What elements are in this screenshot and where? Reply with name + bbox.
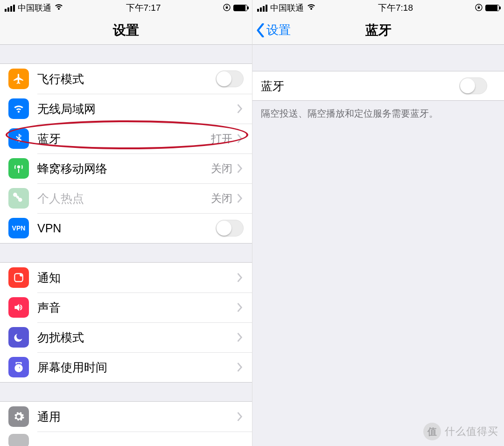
row-label: 蜂窝移动网络 [29,161,211,176]
chevron-right-icon [234,134,245,143]
battery-icon [233,5,247,11]
cellular-icon [8,158,29,179]
screentime-icon [8,357,29,377]
row-vpn[interactable]: VPN VPN [0,213,252,243]
wifi-icon [8,98,29,119]
watermark-badge: 值 [423,423,441,440]
sound-icon [8,297,29,318]
svg-rect-1 [226,7,228,9]
orientation-lock-icon [223,4,231,13]
wifi-status-icon [54,3,63,13]
chevron-right-icon [234,362,245,372]
row-label: 飞行模式 [29,71,216,87]
settings-group-general: 通用 [0,401,252,446]
clock-label: 下午7:18 [378,2,413,14]
svg-point-3 [20,273,22,277]
watermark: 值 什么值得买 [423,423,498,440]
bluetooth-group: 蓝牙 [252,71,504,101]
chevron-right-icon [234,303,245,312]
row-label: 蓝牙 [29,131,211,146]
airplane-icon [8,69,29,89]
chevron-right-icon [234,273,245,282]
row-label: 屏幕使用时间 [29,360,234,375]
general-icon [8,406,29,427]
row-wifi[interactable]: 无线局域网 [0,94,252,124]
nav-bar: 设置 [0,16,252,45]
footnote-text: 隔空投送、隔空播放和定位服务需要蓝牙。 [252,101,504,126]
row-label: 个人热点 [29,191,211,206]
chevron-right-icon [234,164,245,173]
row-label: 声音 [29,300,234,315]
bluetooth-screen: 中国联通 下午7:18 设置 蓝牙 蓝牙 [252,0,504,446]
dnd-icon [8,327,29,348]
row-airplane-mode[interactable]: 飞行模式 [0,64,252,94]
svg-rect-5 [478,7,480,9]
row-cellular[interactable]: 蜂窝移动网络 关闭 [0,153,252,183]
carrier-label: 中国联通 [18,2,51,14]
airplane-toggle[interactable] [216,70,244,87]
vpn-toggle[interactable] [216,220,244,237]
page-title: 蓝牙 [365,21,392,39]
row-dnd[interactable]: 勿扰模式 [0,322,252,352]
row-hotspot[interactable]: 个人热点 关闭 [0,183,252,213]
row-label: 通用 [29,409,234,425]
clock-label: 下午7:17 [126,2,161,14]
back-button[interactable]: 设置 [256,22,291,38]
hotspot-icon [8,188,29,209]
vpn-icon: VPN [8,218,29,238]
bluetooth-icon [8,128,29,149]
chevron-right-icon [234,333,245,342]
wifi-status-icon [307,3,316,13]
row-value: 关闭 [211,191,232,206]
orientation-lock-icon [475,4,483,13]
status-bar: 中国联通 下午7:17 [0,0,252,16]
battery-icon [485,5,499,11]
row-screentime[interactable]: 屏幕使用时间 [0,352,252,382]
row-notifications[interactable]: 通知 [0,263,252,293]
nav-bar: 设置 蓝牙 [252,16,504,45]
row-label: 勿扰模式 [29,330,234,345]
row-sounds[interactable]: 声音 [0,293,252,322]
row-label: 通知 [29,270,234,286]
row-label: 蓝牙 [261,78,459,94]
watermark-text: 什么值得买 [445,425,498,439]
bluetooth-toggle[interactable] [459,77,487,94]
row-label: 无线局域网 [29,101,234,117]
signal-icon [5,5,15,12]
settings-group-connectivity: 飞行模式 无线局域网 蓝牙 打开 蜂窝移动网络 关闭 [0,63,252,244]
row-value: 关闭 [211,161,232,176]
control-center-icon [8,434,29,446]
row-label: VPN [29,222,216,235]
settings-screen: 中国联通 下午7:17 设置 飞行模式 [0,0,252,446]
row-bluetooth-toggle[interactable]: 蓝牙 [252,71,504,100]
carrier-label: 中国联通 [270,2,304,14]
page-title: 设置 [113,21,139,39]
chevron-right-icon [234,194,245,203]
signal-icon [257,5,267,12]
status-bar: 中国联通 下午7:18 [252,0,504,16]
row-general[interactable]: 通用 [0,402,252,432]
row-value: 打开 [211,132,232,146]
row-control-center[interactable] [0,432,252,446]
chevron-right-icon [234,412,245,421]
row-bluetooth[interactable]: 蓝牙 打开 [0,124,252,153]
notifications-icon [8,267,29,288]
chevron-right-icon [234,104,245,113]
settings-group-alerts: 通知 声音 勿扰模式 屏幕使用时间 [0,262,252,383]
back-label: 设置 [266,22,291,38]
